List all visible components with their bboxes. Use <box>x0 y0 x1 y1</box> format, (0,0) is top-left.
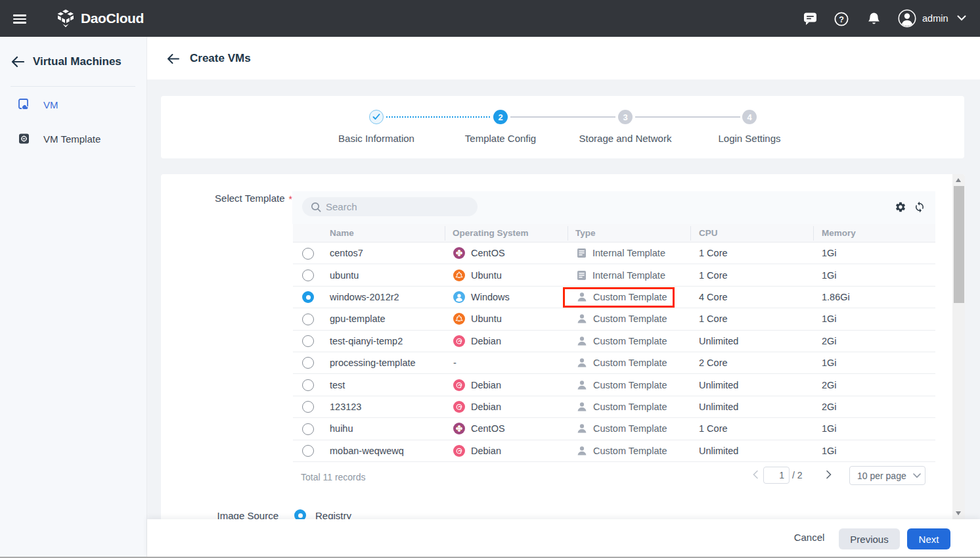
row-memory: 1Gi <box>822 264 837 285</box>
page-input[interactable] <box>763 467 790 484</box>
row-name: 123123 <box>330 396 361 417</box>
row-select-radio[interactable] <box>302 335 314 347</box>
table-row[interactable]: 123123DebianCustom TemplateUnlimited2Gi <box>293 396 935 418</box>
page-size-value: 10 per page <box>857 471 906 481</box>
os-ubuntu-icon <box>453 269 465 281</box>
table-row[interactable]: testDebianCustom TemplateUnlimited2Gi <box>293 374 935 396</box>
table-footer: Total 11 records / 2 10 per page <box>293 463 935 494</box>
col-header-type: Type <box>575 224 596 243</box>
row-select-radio[interactable] <box>302 357 314 369</box>
scrollbar-thumb[interactable] <box>954 186 964 303</box>
page-header: Create VMs <box>147 37 980 80</box>
scrollbar-up-arrow[interactable] <box>956 178 961 182</box>
row-type: Custom Template <box>577 331 667 352</box>
row-name: test-qianyi-temp2 <box>330 331 403 352</box>
row-name: processing-template <box>330 352 416 373</box>
next-button[interactable]: Next <box>907 528 950 549</box>
step-4-label: Login Settings <box>677 133 822 144</box>
internal-template-icon <box>577 248 587 258</box>
step-3-circle: 3 <box>618 110 633 124</box>
step-1-circle <box>369 110 384 124</box>
row-select-radio[interactable] <box>302 445 314 457</box>
row-cpu: 2 Core <box>699 352 728 373</box>
sidebar: Virtual Machines VM VM Template <box>0 37 147 557</box>
row-memory: 2Gi <box>822 374 837 395</box>
column-separator <box>445 226 445 241</box>
row-cpu: 1 Core <box>699 243 728 264</box>
scrollbar-down-arrow[interactable] <box>956 511 961 515</box>
sidebar-item-vm-template[interactable]: VM Template <box>18 133 100 145</box>
row-memory: 1Gi <box>822 418 837 439</box>
sidebar-item-vm[interactable]: VM <box>18 99 58 110</box>
row-memory: 1Gi <box>822 243 837 264</box>
row-cpu: Unlimited <box>699 396 738 417</box>
user-chevron-down-icon[interactable] <box>957 15 966 21</box>
row-cpu: 1 Core <box>699 264 728 285</box>
table-row[interactable]: huihuCentOSCustom Template1 Core1Gi <box>293 418 935 440</box>
os-ubuntu-icon <box>453 313 465 325</box>
table-row[interactable]: moban-weqwewqDebianCustom TemplateUnlimi… <box>293 440 935 462</box>
panel-scrollbar[interactable] <box>952 174 965 519</box>
pagination-prev-icon[interactable] <box>752 470 759 479</box>
menu-icon[interactable] <box>13 14 26 23</box>
row-type: Internal Template <box>577 264 665 285</box>
page-size-select[interactable]: 10 per page <box>849 466 925 485</box>
sidebar-back-arrow-icon[interactable] <box>11 56 24 68</box>
help-icon[interactable]: ? <box>834 12 849 26</box>
daocloud-logo-icon <box>55 8 76 29</box>
pagination-next-icon[interactable] <box>826 470 832 479</box>
os-debian-icon <box>453 445 465 457</box>
row-memory: 1Gi <box>822 352 837 373</box>
row-name: test <box>330 374 345 395</box>
sidebar-item-vm-template-label: VM Template <box>43 133 100 145</box>
row-type: Custom Template <box>577 374 667 395</box>
col-header-name: Name <box>330 224 354 243</box>
image-source-radio[interactable] <box>294 509 306 519</box>
sidebar-divider <box>11 86 135 87</box>
custom-template-icon <box>577 314 587 324</box>
table-row[interactable]: test-qianyi-temp2DebianCustom TemplateUn… <box>293 331 935 352</box>
cancel-button[interactable]: Cancel <box>791 532 828 543</box>
col-header-memory: Memory <box>822 224 856 243</box>
row-select-radio[interactable] <box>302 379 314 391</box>
row-os: Debian <box>453 396 501 417</box>
row-select-radio[interactable] <box>302 269 314 281</box>
search-box[interactable] <box>302 197 478 216</box>
page-size-chevron-icon <box>913 473 921 478</box>
notifications-icon[interactable] <box>867 12 881 26</box>
col-header-cpu: CPU <box>699 224 718 243</box>
row-select-radio[interactable] <box>302 248 314 260</box>
row-type: Custom Template <box>577 418 667 439</box>
col-header-os: Operating System <box>453 224 529 243</box>
gear-icon[interactable] <box>895 201 906 213</box>
search-input[interactable] <box>326 201 457 212</box>
row-select-radio[interactable] <box>302 401 314 413</box>
table-row[interactable]: windows-2012r2WindowsCustom Template4 Co… <box>293 287 935 308</box>
row-name: centos7 <box>330 243 363 264</box>
refresh-icon[interactable] <box>914 201 925 213</box>
row-os: Windows <box>453 287 510 308</box>
row-select-radio[interactable] <box>302 314 314 325</box>
row-select-radio[interactable] <box>302 423 314 435</box>
table-row[interactable]: processing-template-Custom Template2 Cor… <box>293 352 935 374</box>
table-row[interactable]: centos7CentOSInternal Template1 Core1Gi <box>293 243 935 264</box>
column-separator <box>568 226 568 241</box>
row-os: CentOS <box>453 243 505 264</box>
step-1-check-icon <box>372 114 380 120</box>
os-centos-icon <box>453 247 465 259</box>
page-back-arrow-icon[interactable] <box>167 53 179 64</box>
table-row[interactable]: gpu-templateUbuntuCustom Template1 Core1… <box>293 308 935 330</box>
messages-icon[interactable] <box>803 12 817 26</box>
row-select-radio[interactable] <box>302 291 314 303</box>
row-os: Debian <box>453 331 501 352</box>
row-os: Ubuntu <box>453 264 502 285</box>
row-name: huihu <box>330 418 353 439</box>
os-debian-icon <box>453 335 465 347</box>
user-name[interactable]: admin <box>922 13 948 24</box>
image-source-value: Registry <box>315 510 351 519</box>
table-row[interactable]: ubuntuUbuntuInternal Template1 Core1Gi <box>293 264 935 286</box>
row-cpu: Unlimited <box>699 440 738 461</box>
template-table: Name Operating System Type CPU Memory ce… <box>293 224 935 462</box>
avatar-icon[interactable] <box>898 9 916 28</box>
previous-button[interactable]: Previous <box>839 528 900 549</box>
